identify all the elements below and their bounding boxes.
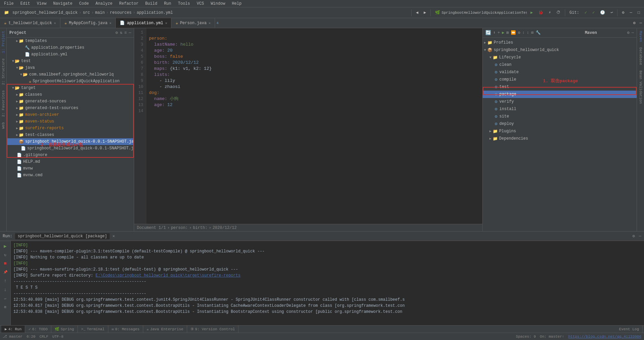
- resources-crumb[interactable]: resources: [110, 10, 131, 15]
- run-rerun-btn[interactable]: ↻: [2, 251, 9, 258]
- maven-item[interactable]: ⚙validate: [483, 68, 637, 76]
- maven-item[interactable]: ▶📁Profiles: [483, 39, 637, 46]
- menu-build[interactable]: Build: [144, 1, 159, 7]
- project-icon[interactable]: 📁: [2, 9, 11, 17]
- panel-tab-structure[interactable]: 2: Structure: [1, 56, 6, 88]
- project-hide-btn[interactable]: —: [129, 31, 131, 35]
- src-crumb[interactable]: src: [83, 10, 90, 15]
- tree-item[interactable]: ▼📂com.smallbeef.springboot_helloworlq: [7, 71, 134, 78]
- project-name[interactable]: springboot_helloworld_quick: [12, 10, 77, 15]
- file-crumb[interactable]: application.yml: [137, 10, 173, 15]
- maven-download-btn[interactable]: ⬇: [493, 30, 495, 35]
- git-undo[interactable]: ↩: [608, 9, 615, 17]
- btab-todo[interactable]: ✓ 6: TODO: [25, 326, 51, 333]
- run-play-btn[interactable]: ▶: [2, 242, 9, 250]
- maven-group-btn[interactable]: ⊞: [531, 30, 534, 35]
- menu-navigate[interactable]: Navigate: [52, 1, 74, 7]
- maven-settings[interactable]: ⚙: [631, 19, 638, 27]
- panel-tab-web[interactable]: Web: [1, 119, 6, 132]
- run-filter-btn[interactable]: ⊞: [2, 303, 9, 311]
- menu-help[interactable]: Help: [230, 1, 243, 7]
- tree-item[interactable]: ▶📁generated-sources: [7, 98, 134, 105]
- maven-item[interactable]: ▼📁Lifecycle: [483, 54, 637, 61]
- btab-run[interactable]: ▶ 4: Run: [1, 326, 25, 333]
- tree-item[interactable]: ▶📁maven-archiver: [7, 111, 134, 118]
- run-panel-close[interactable]: —: [639, 234, 641, 239]
- project-sort-btn[interactable]: ⇅: [120, 30, 122, 35]
- menu-view[interactable]: View: [36, 1, 48, 7]
- maven-item[interactable]: ▼📦springboot_helloworld_quick: [483, 46, 637, 54]
- nav-back-btn[interactable]: ◀: [414, 9, 420, 17]
- blog-link[interactable]: https://blog.csdn.net/qq_41133906: [568, 335, 641, 339]
- project-more-btn[interactable]: ≡: [124, 31, 127, 35]
- tab-close-1[interactable]: ✕: [109, 21, 111, 25]
- maven-item[interactable]: ⚙clean: [483, 61, 637, 68]
- run-tab-package[interactable]: springboot_helloworld_quick [package]: [15, 233, 110, 239]
- tree-item[interactable]: 🔧application.properties: [7, 44, 134, 51]
- tree-item[interactable]: 📦springboot_helloworld_quick-0.0.1-SNAPS…: [7, 138, 134, 145]
- panel-tab-project[interactable]: 1: Project: [1, 28, 6, 56]
- project-gear-btn[interactable]: ⚙: [115, 30, 118, 35]
- main-crumb[interactable]: main: [95, 10, 105, 15]
- maven-reload-btn[interactable]: 🔄: [485, 30, 491, 36]
- git-clock[interactable]: 🕐: [598, 9, 607, 17]
- panel-tab-favorites[interactable]: 2: Favorites: [1, 88, 6, 119]
- minimize-button[interactable]: —: [628, 9, 634, 17]
- nav-forward-btn[interactable]: ▶: [422, 9, 428, 17]
- tab-myappconfig[interactable]: ☕ MyAppConfig.java ✕: [60, 18, 116, 28]
- tree-item[interactable]: ▶📁maven-status: [7, 118, 134, 125]
- menu-code[interactable]: Code: [78, 1, 90, 7]
- maven-add-btn[interactable]: +: [497, 31, 500, 35]
- tree-item[interactable]: ▶📁classes: [7, 91, 134, 98]
- coverage-button[interactable]: ⚡: [547, 9, 553, 17]
- maven-expand-btn[interactable]: ↕: [522, 31, 525, 35]
- git-checkmark1[interactable]: ✓: [583, 9, 589, 17]
- maven-run-btn[interactable]: ▶: [502, 30, 504, 35]
- btab-version-control[interactable]: ⑨ 9: Version Control: [187, 326, 239, 333]
- menu-tools[interactable]: Tools: [177, 1, 192, 7]
- surefire-link[interactable]: E:\Codes\springboot_helloworld_quick\tar…: [96, 273, 240, 278]
- btab-messages[interactable]: ✉ 0: Messages: [108, 326, 143, 333]
- tree-item[interactable]: ▶📁surefire-reports: [7, 125, 134, 132]
- run-pin-btn[interactable]: 📌: [2, 269, 9, 276]
- tree-item[interactable]: 📄mvnw.cmd: [7, 172, 134, 179]
- menu-run[interactable]: Run: [163, 1, 173, 7]
- maven-item[interactable]: ⚙verify: [483, 98, 637, 105]
- maximize-button[interactable]: □: [636, 9, 642, 17]
- maven-item[interactable]: ⚙package: [483, 91, 637, 98]
- menu-analyze[interactable]: Analyze: [94, 1, 114, 7]
- tab-close-3[interactable]: ✕: [209, 21, 211, 25]
- run-tab-close[interactable]: ✕: [112, 234, 115, 239]
- tree-item[interactable]: ▶📁generated-test-sources: [7, 105, 134, 111]
- run-output[interactable]: [INFO] [INFO] --- maven-compiler-plugin:…: [11, 241, 644, 325]
- maven-item[interactable]: ▶📁Plugins: [483, 128, 637, 135]
- tree-item[interactable]: 📄.gitignore: [7, 152, 134, 158]
- debug-button[interactable]: 🐞: [536, 9, 545, 17]
- tree-item[interactable]: 📄mvnw: [7, 165, 134, 172]
- menu-window[interactable]: Window: [209, 1, 226, 7]
- tree-item[interactable]: ▼📂test: [7, 58, 134, 64]
- settings-button[interactable]: ⚙: [620, 9, 626, 17]
- menu-file[interactable]: File: [3, 1, 15, 7]
- menu-edit[interactable]: Edit: [19, 1, 32, 7]
- maven-settings-btn[interactable]: ⚙: [518, 30, 520, 35]
- tab-close-0[interactable]: ✕: [54, 21, 56, 25]
- maven-item[interactable]: ⚙compile: [483, 76, 637, 83]
- menu-refactor[interactable]: Refactor: [118, 1, 140, 7]
- menu-vcs[interactable]: VCS: [196, 1, 206, 7]
- maven-gear-btn[interactable]: ⚙: [627, 30, 630, 35]
- tab-application-yml[interactable]: 📄 application.yml ✕: [116, 18, 171, 28]
- maven-collapse-btn[interactable]: ↕: [527, 31, 529, 35]
- maven-item[interactable]: ⚙site: [483, 113, 637, 120]
- run-scroll-down[interactable]: ↓: [2, 286, 9, 293]
- tree-item[interactable]: ☕SpringbootHelloworldQuickApplication: [7, 78, 134, 85]
- maven-item[interactable]: ⚙test: [483, 83, 637, 91]
- run-stop-btn[interactable]: ■: [2, 260, 9, 267]
- maven-filter-btn[interactable]: 🔧: [536, 30, 541, 35]
- run-config-selector[interactable]: 🌿 SpringbootHelloworldQuickApplicationTe…: [433, 9, 527, 17]
- profile-button[interactable]: ⏱: [554, 9, 562, 17]
- maven-item[interactable]: ⚙install: [483, 105, 637, 113]
- right-tab-maven[interactable]: Maven: [638, 28, 643, 45]
- code-area[interactable]: person: lastName: hello age: 20 boss: fa…: [146, 28, 482, 224]
- maven-skip-btn[interactable]: ⏩: [511, 30, 516, 35]
